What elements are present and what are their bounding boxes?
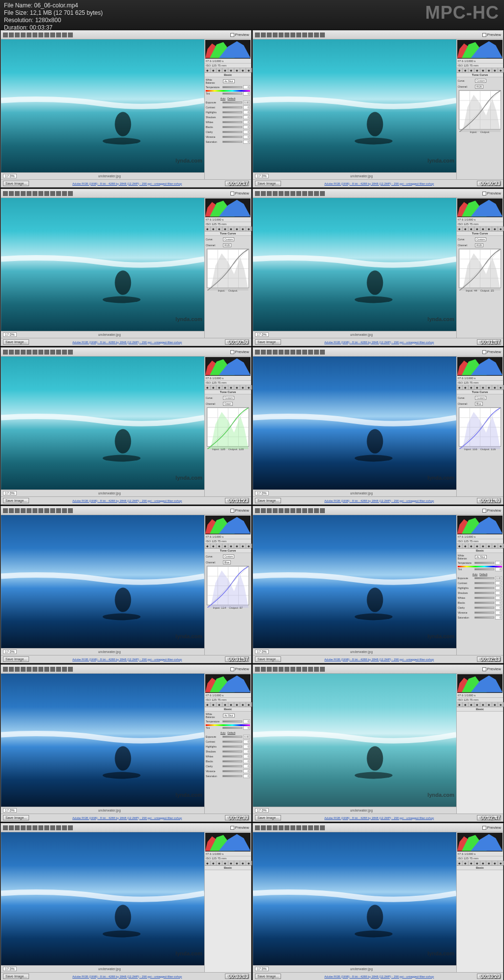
tool-icon[interactable] [32, 825, 37, 830]
panel-tab-icon[interactable]: ◆ [486, 227, 492, 231]
tool-icon[interactable] [314, 350, 319, 355]
workflow-link[interactable]: Adobe RGB (1998) - 8 bit - 4288 by 2848 … [72, 341, 182, 344]
tool-icon[interactable] [38, 33, 43, 37]
zoom-level[interactable]: 17.0% [255, 808, 269, 813]
slider-value[interactable]: 0 [495, 596, 502, 600]
tool-icon[interactable] [284, 191, 289, 196]
panel-tab-icon[interactable]: ◆ [228, 861, 234, 865]
curve-dropdown[interactable]: Custom [475, 237, 486, 241]
panel-tab-icon[interactable]: ◆ [480, 544, 486, 548]
panel-tab-icon[interactable]: ◆ [211, 68, 217, 72]
curve-dropdown[interactable]: Custom [475, 396, 486, 400]
panel-tab-icon[interactable]: ◆ [492, 861, 498, 865]
slider-track[interactable] [222, 770, 242, 772]
tool-icon[interactable] [44, 33, 49, 37]
histogram[interactable] [457, 357, 503, 376]
preview-checkbox[interactable]: Preview [230, 350, 249, 354]
slider-value[interactable]: 0 [243, 750, 250, 753]
tool-icon[interactable] [9, 350, 14, 355]
tool-icon[interactable] [21, 191, 26, 196]
panel-tab-icon[interactable]: ◆ [205, 68, 211, 72]
tool-icon[interactable] [290, 508, 295, 513]
slider-track[interactable] [222, 116, 242, 118]
save-image-button[interactable]: Save Image... [255, 181, 281, 186]
panel-tab-icon[interactable]: ◆ [222, 227, 228, 231]
panel-tab-icon[interactable]: ◆ [234, 544, 240, 548]
preview-checkbox[interactable]: Preview [230, 33, 249, 37]
tool-icon[interactable] [9, 667, 14, 672]
slider-value[interactable]: 0.00 [243, 100, 250, 104]
tool-icon[interactable] [44, 191, 49, 196]
panel-tab-icon[interactable]: ◆ [486, 702, 492, 707]
workflow-link[interactable]: Adobe RGB (1998) - 8 bit - 4288 by 2848 … [324, 975, 434, 978]
panel-tab-icon[interactable]: ◆ [486, 68, 492, 72]
video-thumbnail[interactable]: Preview lynda.com 17.0% underwater.jpg [252, 189, 504, 346]
slider-value[interactable]: 0 [243, 85, 250, 89]
histogram[interactable] [457, 516, 503, 534]
slider-value[interactable]: 0 [243, 774, 250, 778]
tool-icon[interactable] [302, 191, 307, 196]
slider-track[interactable] [474, 577, 494, 579]
tool-icon[interactable] [255, 350, 260, 355]
slider-value[interactable]: 0 [495, 616, 502, 620]
curve-editor[interactable] [207, 249, 249, 288]
slider-value[interactable]: 0.00 [243, 735, 250, 739]
histogram[interactable] [457, 674, 503, 693]
panel-tab-icon[interactable]: ◆ [222, 385, 228, 390]
preview-checkbox[interactable]: Preview [482, 191, 501, 196]
preview-checkbox[interactable]: Preview [482, 508, 501, 513]
panel-tab-icon[interactable]: ◆ [234, 702, 240, 707]
histogram[interactable] [205, 516, 251, 534]
panel-tab-icon[interactable]: ◆ [217, 227, 222, 231]
slider-track[interactable] [222, 755, 242, 757]
video-thumbnail[interactable]: Preview lynda.com 17.0% underwater.jpg [252, 506, 504, 663]
slider-track[interactable] [222, 93, 242, 95]
panel-tab-icon[interactable]: ◆ [228, 227, 234, 231]
workflow-link[interactable]: Adobe RGB (1998) - 8 bit - 4288 by 2848 … [72, 182, 182, 185]
slider-track[interactable] [222, 775, 242, 777]
slider-value[interactable]: 0 [243, 769, 250, 773]
panel-tab-icon[interactable]: ◆ [234, 227, 240, 231]
panel-tab-icon[interactable]: ◆ [492, 385, 498, 390]
preview-checkbox[interactable]: Preview [230, 667, 249, 671]
panel-tab-icon[interactable]: ◆ [474, 544, 480, 548]
slider-track[interactable] [222, 746, 242, 748]
panel-tab-icon[interactable]: ◆ [492, 702, 498, 707]
curve-dropdown[interactable]: Custom [223, 237, 234, 241]
tool-icon[interactable] [314, 825, 319, 830]
slider-track[interactable] [222, 111, 242, 113]
tool-icon[interactable] [3, 508, 8, 513]
tool-icon[interactable] [255, 508, 260, 513]
panel-tab-icon[interactable]: ◆ [246, 544, 252, 548]
panel-tab-icon[interactable]: ◆ [457, 861, 463, 865]
tool-icon[interactable] [44, 508, 49, 513]
tool-icon[interactable] [308, 191, 313, 196]
workflow-link[interactable]: Adobe RGB (1998) - 8 bit - 4288 by 2848 … [72, 817, 182, 819]
slider-value[interactable]: 0 [243, 135, 250, 139]
preview-checkbox[interactable]: Preview [230, 825, 249, 830]
panel-tab-icon[interactable]: ◆ [498, 68, 504, 72]
preview-checkbox[interactable]: Preview [482, 825, 501, 830]
slider-track[interactable] [222, 121, 242, 123]
slider-value[interactable]: 0 [243, 726, 250, 730]
slider-value[interactable]: 0 [243, 764, 250, 768]
slider-track[interactable] [222, 126, 242, 128]
panel-tab-icon[interactable]: ◆ [217, 702, 222, 707]
image-preview[interactable]: lynda.com [1, 674, 204, 807]
panel-tab-icon[interactable]: ◆ [492, 227, 498, 231]
tool-icon[interactable] [320, 825, 325, 830]
slider-value[interactable]: 0 [495, 601, 502, 605]
channel-dropdown[interactable]: RGB [223, 243, 231, 247]
save-image-button[interactable]: Save Image... [3, 498, 29, 503]
zoom-level[interactable]: 17.0% [255, 650, 269, 654]
video-thumbnail[interactable]: Preview lynda.com 17.0% underwater.jpg [252, 823, 504, 980]
tool-icon[interactable] [38, 350, 43, 355]
panel-tab-icon[interactable]: ◆ [492, 68, 498, 72]
panel-tab-icon[interactable]: ◆ [498, 385, 504, 390]
save-image-button[interactable]: Save Image... [3, 974, 29, 979]
tool-icon[interactable] [56, 508, 61, 513]
panel-tab-icon[interactable]: ◆ [457, 68, 463, 72]
slider-track[interactable] [222, 106, 242, 108]
tool-icon[interactable] [308, 33, 313, 37]
tool-icon[interactable] [15, 191, 20, 196]
